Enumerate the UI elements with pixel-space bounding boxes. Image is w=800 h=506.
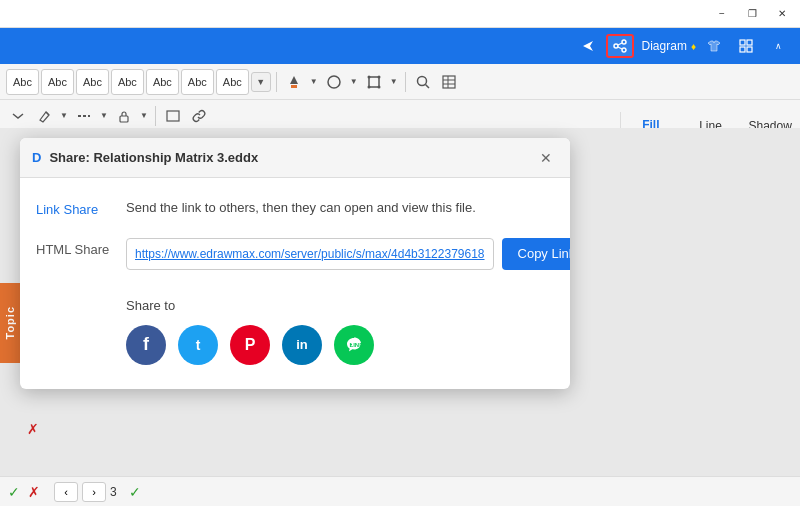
link-share-label[interactable]: Link Share — [36, 198, 126, 217]
check-mark-2: ✗ — [22, 418, 44, 440]
shape-dropdown[interactable]: ▼ — [348, 73, 360, 91]
link-share-row: Link Share Send the link to others, then… — [36, 198, 554, 218]
separator-3 — [155, 106, 156, 126]
table-icon[interactable] — [437, 70, 461, 94]
abc-button-7[interactable]: Abc — [216, 69, 249, 95]
search-icon[interactable] — [411, 70, 435, 94]
modal-title: Share: Relationship Matrix 3.eddx — [49, 150, 258, 165]
share-to-label: Share to — [126, 298, 554, 313]
share-button[interactable] — [606, 34, 634, 58]
crown-icon: ♦ — [691, 41, 696, 52]
modal-header: D Share: Relationship Matrix 3.eddx ✕ — [20, 138, 570, 178]
link-share-content: Send the link to others, then they can o… — [126, 198, 554, 218]
svg-rect-8 — [747, 47, 752, 52]
expand-abc-button[interactable]: ▼ — [251, 72, 271, 92]
svg-point-10 — [328, 76, 340, 88]
collapse-button[interactable]: ∧ — [764, 34, 792, 58]
topic-label: Topic — [4, 306, 16, 340]
abc-button-4[interactable]: Abc — [111, 69, 144, 95]
bottom-check-1: ✓ — [8, 484, 20, 500]
top-toolbar: Diagram ♦ ∧ — [0, 28, 800, 64]
url-text: https://www.edrawmax.com/server/public/s… — [135, 247, 485, 261]
expand-panel-icon[interactable] — [6, 104, 30, 128]
abc-button-5[interactable]: Abc — [146, 69, 179, 95]
svg-line-4 — [618, 47, 622, 49]
linkedin-icon: in — [296, 337, 308, 352]
next-page-button[interactable]: › — [82, 482, 106, 502]
svg-line-17 — [425, 84, 429, 88]
canvas-area: Topic ✓ ✗ D Share: Relationship Matrix 3… — [0, 128, 800, 476]
svg-point-0 — [622, 40, 626, 44]
svg-rect-11 — [369, 77, 379, 87]
svg-line-3 — [618, 43, 622, 45]
paint-dropdown[interactable]: ▼ — [58, 107, 70, 125]
html-share-row: HTML Share https://www.edrawmax.com/serv… — [36, 238, 554, 270]
social-icons: f t P in — [126, 325, 554, 365]
minimize-button[interactable]: − — [708, 4, 736, 24]
fill-color-icon[interactable] — [282, 70, 306, 94]
url-row: https://www.edrawmax.com/server/public/s… — [126, 238, 570, 270]
paint-icon[interactable] — [32, 104, 56, 128]
svg-text:LINE: LINE — [350, 341, 364, 347]
grid-button[interactable] — [732, 34, 760, 58]
abc-button-6[interactable]: Abc — [181, 69, 214, 95]
svg-point-15 — [377, 85, 380, 88]
twitter-icon: t — [196, 337, 201, 353]
line-button[interactable]: LINE — [334, 325, 374, 365]
lock-icon[interactable] — [112, 104, 136, 128]
share-modal: D Share: Relationship Matrix 3.eddx ✕ Li… — [20, 138, 570, 389]
separator-1 — [276, 72, 277, 92]
close-button[interactable]: ✕ — [768, 4, 796, 24]
line-icon: LINE — [343, 334, 365, 356]
linkedin-button[interactable]: in — [282, 325, 322, 365]
svg-point-14 — [367, 85, 370, 88]
lock-dropdown[interactable]: ▼ — [138, 107, 150, 125]
fill-color-dropdown[interactable]: ▼ — [308, 73, 320, 91]
modal-tabs: Link Share Send the link to others, then… — [36, 198, 554, 365]
pinterest-button[interactable]: P — [230, 325, 270, 365]
abc-button-1[interactable]: Abc — [6, 69, 39, 95]
svg-rect-9 — [291, 85, 297, 88]
bottom-check-2: ✗ — [28, 484, 40, 500]
shape-icon[interactable] — [322, 70, 346, 94]
page-number: 3 — [110, 485, 117, 499]
shirt-button[interactable] — [700, 34, 728, 58]
main-toolbar: Abc Abc Abc Abc Abc Abc Abc ▼ ▼ ▼ ▼ — [0, 64, 800, 100]
html-share-label[interactable]: HTML Share — [36, 238, 126, 257]
link-share-description: Send the link to others, then they can o… — [126, 198, 554, 218]
transform-dropdown[interactable]: ▼ — [388, 73, 400, 91]
copy-link-button[interactable]: Copy Link — [502, 238, 570, 270]
svg-point-16 — [417, 76, 426, 85]
title-bar: − ❐ ✕ — [0, 0, 800, 28]
send-icon[interactable] — [574, 34, 602, 58]
modal-icon: D — [32, 150, 41, 165]
svg-rect-7 — [740, 47, 745, 52]
svg-rect-5 — [740, 40, 745, 45]
restore-button[interactable]: ❐ — [738, 4, 766, 24]
twitter-button[interactable]: t — [178, 325, 218, 365]
transform-icon[interactable] — [362, 70, 386, 94]
abc-button-2[interactable]: Abc — [41, 69, 74, 95]
facebook-button[interactable]: f — [126, 325, 166, 365]
facebook-icon: f — [143, 334, 149, 355]
svg-point-13 — [377, 75, 380, 78]
modal-body: Link Share Send the link to others, then… — [20, 178, 570, 389]
abc-button-3[interactable]: Abc — [76, 69, 109, 95]
window-controls: − ❐ ✕ — [708, 4, 796, 24]
svg-point-2 — [622, 48, 626, 52]
share-to-section: Share to f t P in — [126, 298, 554, 365]
modal-close-button[interactable]: ✕ — [534, 146, 558, 170]
link-icon[interactable] — [187, 104, 211, 128]
dash-dropdown[interactable]: ▼ — [98, 107, 110, 125]
dash-icon[interactable] — [72, 104, 96, 128]
bottom-bar: ✓ ✗ ‹ › 3 ✓ — [0, 476, 800, 506]
url-display: https://www.edrawmax.com/server/public/s… — [126, 238, 494, 270]
frame-icon[interactable] — [161, 104, 185, 128]
svg-point-1 — [614, 44, 618, 48]
topic-sidebar-tab[interactable]: Topic — [0, 283, 20, 363]
svg-rect-18 — [443, 76, 455, 88]
svg-rect-23 — [120, 116, 128, 122]
svg-rect-24 — [167, 111, 179, 121]
prev-page-button[interactable]: ‹ — [54, 482, 78, 502]
bottom-check-3: ✓ — [129, 484, 141, 500]
